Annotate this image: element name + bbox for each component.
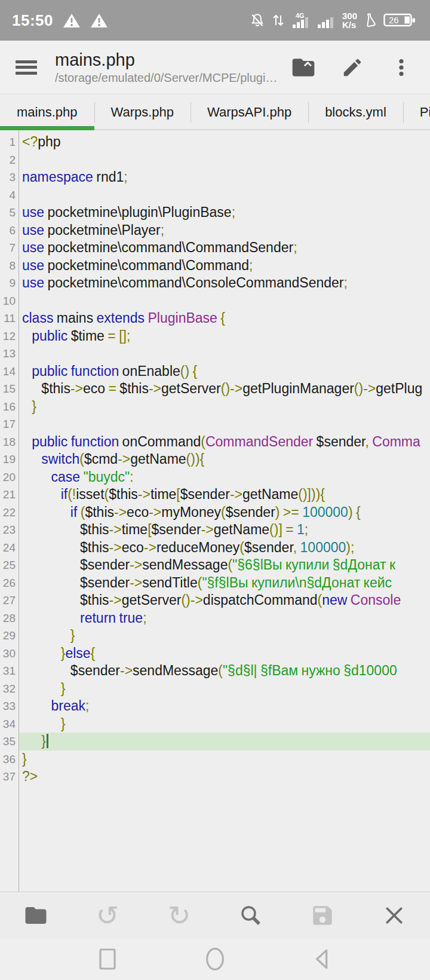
code-line-17[interactable] — [19, 415, 430, 433]
line-number: 36 — [0, 751, 19, 768]
tab-blocks.yml[interactable]: blocks.yml — [308, 94, 403, 130]
line-number: 32 — [0, 680, 19, 698]
code-line-13[interactable] — [19, 345, 430, 363]
code-line-26[interactable]: $sender->sendTitle("§f§lВы купили\n§dДон… — [19, 574, 430, 592]
line-number: 35 — [0, 733, 19, 751]
open-file-button[interactable] — [0, 892, 72, 938]
back-button[interactable] — [309, 944, 336, 975]
home-button[interactable] — [202, 944, 228, 975]
search-button[interactable] — [215, 892, 287, 938]
code-line-14[interactable]: public function onEnable() { — [19, 363, 430, 381]
line-number: 12 — [0, 327, 19, 345]
network-speed-value: 300 — [342, 11, 357, 20]
code-line-22[interactable]: if ($this->eco->myMoney($sender) >= 1000… — [19, 504, 430, 522]
code-line-28[interactable]: return true; — [19, 610, 430, 627]
code-line-21[interactable]: if(!isset($this->time[$sender->getName()… — [19, 486, 430, 504]
code-area[interactable]: <?phpnamespace rnd1;use pocketmine\plugi… — [19, 130, 430, 892]
tab-label: mains.php — [17, 105, 78, 120]
code-line-9[interactable]: use pocketmine\command\ConsoleCommandSen… — [19, 274, 430, 292]
code-line-6[interactable]: use pocketmine\Player; — [19, 222, 430, 240]
search-icon — [238, 903, 263, 928]
code-line-3[interactable]: namespace rnd1; — [19, 169, 430, 186]
tab-label: Pilla — [420, 105, 430, 120]
home-circle-icon — [203, 945, 227, 973]
android-nav-bar — [0, 938, 430, 980]
code-line-12[interactable]: public $time = []; — [19, 327, 430, 345]
line-number: 18 — [0, 433, 19, 451]
code-line-35[interactable]: } — [19, 733, 430, 751]
code-line-29[interactable]: } — [19, 627, 430, 645]
code-line-23[interactable]: $this->time[$sender->getName()] = 1; — [19, 521, 430, 539]
notifications-off-icon — [249, 12, 266, 29]
tab-Warps.php[interactable]: Warps.php — [94, 94, 191, 130]
signal-strength-sim2-icon — [317, 12, 336, 29]
editor-toolbar: ↺↻ — [0, 892, 430, 938]
app-header: mains.php /storage/emulated/0/Server/MCP… — [0, 41, 430, 94]
code-line-8[interactable]: use pocketmine\command\Command; — [19, 257, 430, 275]
code-line-1[interactable]: <?php — [19, 133, 430, 151]
page-title: mains.php — [55, 50, 290, 70]
line-number: 9 — [0, 274, 19, 292]
line-number: 30 — [0, 645, 19, 663]
line-number: 2 — [0, 151, 19, 169]
code-line-7[interactable]: use pocketmine\command\CommandSender; — [19, 239, 430, 257]
svg-text:4G: 4G — [296, 12, 305, 19]
line-number: 19 — [0, 451, 19, 468]
battery-icon: 26 — [383, 12, 418, 29]
tab-label: WarpsAPI.php — [207, 105, 291, 120]
redo-button[interactable]: ↻ — [143, 892, 215, 938]
network-speed-unit: K/s — [342, 20, 356, 29]
line-number: 33 — [0, 697, 19, 715]
line-number: 5 — [0, 204, 19, 222]
network-speed: 300 K/s — [342, 11, 357, 29]
clock: 15:50 — [12, 11, 53, 30]
tab-Pilla[interactable]: Pilla — [403, 94, 430, 130]
code-line-30[interactable]: }else{ — [19, 645, 430, 663]
code-line-31[interactable]: $sender->sendMessage("§d§l| §fВам нужно … — [19, 662, 430, 680]
line-number: 24 — [0, 539, 19, 557]
back-triangle-icon — [311, 945, 334, 973]
save-button[interactable] — [287, 892, 358, 938]
undo-button[interactable]: ↺ — [72, 892, 143, 938]
code-line-36[interactable]: } — [19, 751, 430, 768]
hamburger-menu-button[interactable] — [16, 57, 39, 78]
code-line-18[interactable]: public function onCommand(CommandSender … — [19, 433, 430, 451]
code-line-33[interactable]: break; — [19, 697, 430, 715]
code-editor: 1234567891011121314151617181920212223242… — [0, 130, 430, 892]
line-number: 1 — [0, 133, 19, 151]
code-line-5[interactable]: use pocketmine\plugin\PluginBase; — [19, 204, 430, 222]
tab-label: Warps.php — [111, 105, 174, 120]
recents-button[interactable] — [94, 944, 121, 975]
line-number: 8 — [0, 257, 19, 275]
code-line-34[interactable]: } — [19, 715, 430, 733]
code-line-27[interactable]: $this->getServer()->dispatchCommand(new … — [19, 592, 430, 610]
tab-WarpsAPI.php[interactable]: WarpsAPI.php — [191, 94, 308, 130]
line-number: 26 — [0, 574, 19, 592]
code-line-25[interactable]: $sender->sendMessage("§6§lВы купили §dДо… — [19, 556, 430, 574]
code-line-32[interactable]: } — [19, 680, 430, 698]
code-line-24[interactable]: $this->eco->reduceMoney($sender, 100000)… — [19, 539, 430, 557]
line-number: 25 — [0, 556, 19, 574]
line-number: 37 — [0, 768, 19, 786]
code-line-20[interactable]: case "buydc": — [19, 468, 430, 486]
code-line-10[interactable] — [19, 292, 430, 310]
line-number: 7 — [0, 239, 19, 257]
line-number: 22 — [0, 504, 19, 522]
code-line-37[interactable]: ?> — [19, 768, 430, 786]
close-button[interactable] — [358, 892, 430, 938]
file-path: /storage/emulated/0/Server/MCPE/plugi… — [55, 70, 290, 85]
code-line-15[interactable]: $this->eco = $this->getServer()->getPlug… — [19, 380, 430, 398]
line-number: 20 — [0, 468, 19, 486]
code-line-16[interactable]: } — [19, 398, 430, 416]
tab-label: blocks.yml — [325, 105, 386, 120]
line-number: 27 — [0, 592, 19, 610]
code-line-11[interactable]: class mains extends PluginBase { — [19, 310, 430, 327]
open-folder-button[interactable] — [290, 54, 317, 81]
code-line-19[interactable]: switch($cmd->getName()){ — [19, 451, 430, 468]
overflow-menu-button[interactable] — [388, 54, 414, 81]
tab-mains.php[interactable]: mains.php — [0, 94, 94, 130]
edit-button[interactable] — [339, 54, 366, 81]
code-line-4[interactable] — [19, 186, 430, 204]
code-line-2[interactable] — [19, 151, 430, 169]
more-vert-icon — [391, 57, 412, 78]
